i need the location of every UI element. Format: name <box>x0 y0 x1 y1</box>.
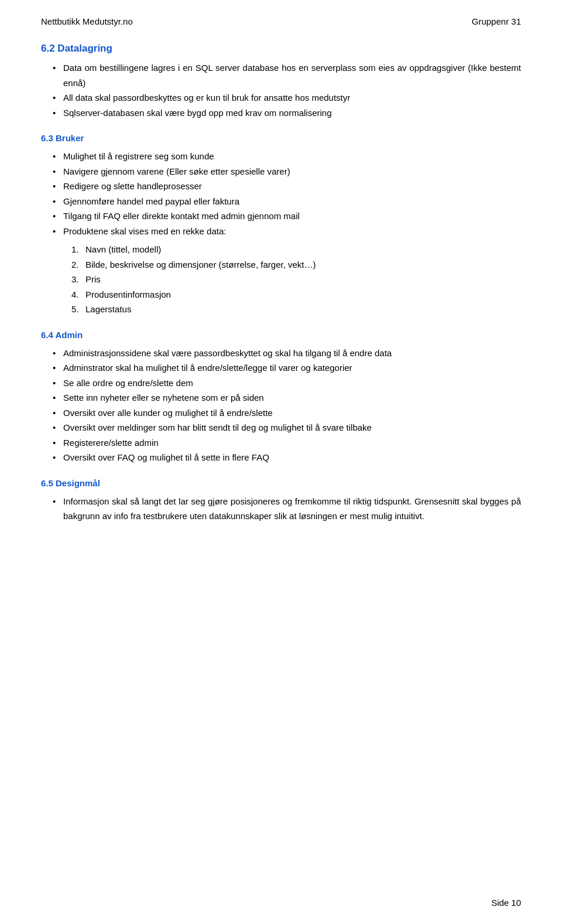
list-item: Registerere/slette admin <box>53 435 521 451</box>
list-admin: Administrasjonssidene skal være passordb… <box>41 346 521 465</box>
list-item: Se alle ordre og endre/slette dem <box>53 376 521 391</box>
list-item: Oversikt over alle kunder og mulighet ti… <box>53 405 521 421</box>
list-item: 2.Bilde, beskrivelse og dimensjoner (stø… <box>71 257 521 272</box>
page-number: Side 10 <box>491 898 521 908</box>
header-left: Nettbutikk Medutstyr.no <box>41 16 133 26</box>
list-item: 1.Navn (tittel, modell) <box>71 242 521 257</box>
list-item: Adminstrator skal ha mulighet til å endr… <box>53 360 521 376</box>
section-designmal: 6.5 Designmål Informasjon skal så langt … <box>41 478 521 524</box>
list-item: Mulighet til å registrere seg som kunde <box>53 149 521 164</box>
list-item: Data om bestillingene lagres i en SQL se… <box>53 60 521 90</box>
header: Nettbutikk Medutstyr.no Gruppenr 31 <box>41 16 521 26</box>
section-admin: 6.4 Admin Administrasjonssidene skal vær… <box>41 330 521 465</box>
list-item: All data skal passordbeskyttes og er kun… <box>53 90 521 105</box>
heading-admin: 6.4 Admin <box>41 330 521 340</box>
list-item: Gjennomføre handel med paypal eller fakt… <box>53 194 521 209</box>
list-designmal: Informasjon skal så langt det lar seg gj… <box>41 494 521 524</box>
page: Nettbutikk Medutstyr.no Gruppenr 31 6.2 … <box>0 0 562 924</box>
list-bruker-numbered: 1.Navn (tittel, modell) 2.Bilde, beskriv… <box>41 242 521 317</box>
heading-datalagring: 6.2 Datalagring <box>41 43 521 54</box>
heading-bruker: 6.3 Bruker <box>41 133 521 143</box>
footer: Side 10 <box>491 898 521 908</box>
list-item: Oversikt over FAQ og mulighet til å sett… <box>53 450 521 465</box>
list-item: Produktene skal vises med en rekke data: <box>53 224 521 239</box>
list-item: Tilgang til FAQ eller direkte kontakt me… <box>53 209 521 224</box>
list-item: 4.Produsentinformasjon <box>71 287 521 302</box>
heading-designmal: 6.5 Designmål <box>41 478 521 488</box>
list-item: Oversikt over meldinger som har blitt se… <box>53 420 521 435</box>
list-item: Sqlserver-databasen skal være bygd opp m… <box>53 105 521 121</box>
list-item: 5.Lagerstatus <box>71 302 521 317</box>
list-item: Redigere og slette handleprosesser <box>53 179 521 194</box>
list-datalagring: Data om bestillingene lagres i en SQL se… <box>41 60 521 120</box>
section-datalagring: 6.2 Datalagring Data om bestillingene la… <box>41 43 521 120</box>
list-item: Sette inn nyheter eller se nyhetene som … <box>53 390 521 405</box>
header-right: Gruppenr 31 <box>472 16 521 26</box>
list-bruker: Mulighet til å registrere seg som kunde … <box>41 149 521 238</box>
list-item: Administrasjonssidene skal være passordb… <box>53 346 521 361</box>
section-bruker: 6.3 Bruker Mulighet til å registrere seg… <box>41 133 521 317</box>
list-item: Informasjon skal så langt det lar seg gj… <box>53 494 521 524</box>
list-item: Navigere gjennom varene (Eller søke ette… <box>53 164 521 179</box>
list-item: 3.Pris <box>71 272 521 287</box>
